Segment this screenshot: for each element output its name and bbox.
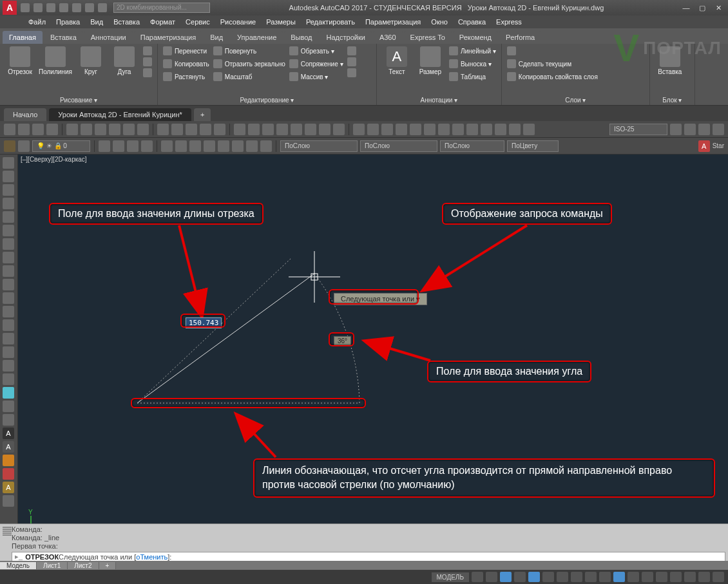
tb-icon[interactable] — [523, 124, 535, 135]
revcloud-tool-icon[interactable] — [3, 252, 14, 263]
dimstyle-combo[interactable]: ISO-25 — [609, 124, 667, 135]
offset-button[interactable] — [347, 68, 356, 77]
doc-tab-start[interactable]: Начало — [4, 108, 46, 121]
mirror-button[interactable]: Отразить зеркально — [213, 59, 285, 68]
matchprop-button[interactable]: Копировать свойства слоя — [507, 72, 598, 81]
mtext-tool-icon[interactable] — [3, 400, 14, 412]
tb-icon[interactable] — [141, 140, 153, 152]
tb-icon[interactable] — [291, 124, 302, 135]
dim-tool-icon[interactable] — [3, 455, 14, 466]
tab-layout2[interactable]: Лист2 — [68, 562, 99, 569]
explode-button[interactable] — [347, 57, 356, 66]
tb-icon[interactable] — [305, 124, 316, 135]
tb-icon[interactable] — [95, 124, 106, 135]
menu-window[interactable]: Окно — [427, 17, 452, 27]
ribbon-tab-view[interactable]: Вид — [204, 31, 229, 44]
tb-icon[interactable] — [18, 140, 30, 152]
ortho-toggle-icon[interactable] — [500, 572, 512, 582]
qat-open-icon[interactable] — [34, 3, 43, 12]
tb-icon[interactable] — [260, 140, 272, 152]
tb-icon[interactable] — [698, 124, 710, 135]
menu-insert[interactable]: Вставка — [110, 17, 144, 27]
trim-button[interactable]: Обрезать ▾ — [289, 46, 343, 55]
units-toggle-icon[interactable] — [656, 572, 667, 582]
copy-button[interactable]: Копировать — [163, 59, 209, 68]
ribbon-tab-manage[interactable]: Управление — [231, 31, 283, 44]
tab-add-layout[interactable]: + — [99, 562, 117, 569]
qat-save-icon[interactable] — [46, 3, 55, 12]
ribbon-tab-annotate[interactable]: Аннотации — [84, 31, 133, 44]
qat-plot-icon[interactable] — [72, 3, 81, 12]
lwt-toggle-icon[interactable] — [557, 572, 568, 582]
rect-tool-icon[interactable] — [3, 211, 14, 223]
polygon-tool-icon[interactable] — [3, 198, 14, 209]
osnap-toggle-icon[interactable] — [528, 572, 540, 582]
move-button[interactable]: Перенести — [163, 46, 209, 55]
linetype-combo[interactable]: ПоСлою — [360, 140, 437, 152]
ribbon-tab-express[interactable]: Express To — [404, 31, 452, 44]
tb-icon[interactable] — [481, 124, 492, 135]
close-icon[interactable]: ✕ — [711, 4, 725, 12]
ribbon-tab-a360[interactable]: A360 — [373, 31, 403, 44]
plotstyle-combo[interactable]: ПоЦвету — [507, 140, 559, 152]
tb-icon[interactable] — [466, 124, 478, 135]
tb-icon[interactable] — [232, 140, 244, 152]
point-tool-icon[interactable] — [3, 333, 14, 344]
tb-icon[interactable] — [127, 140, 139, 152]
doc-tab-add[interactable]: + — [194, 108, 211, 121]
make-current-button[interactable]: Сделать текущим — [507, 59, 598, 68]
qprop-toggle-icon[interactable] — [627, 572, 639, 582]
scale-button[interactable]: Масштаб — [213, 72, 285, 81]
linear-dim-button[interactable]: Линейный ▾ — [449, 46, 496, 55]
command-input[interactable]: ▸_ ОТРЕЗОК Следующая точка или [оТменить… — [12, 552, 725, 561]
layer-combo[interactable]: 💡 ☀ 🔒 0 — [32, 140, 90, 152]
spline-tool-icon[interactable] — [3, 265, 14, 277]
menu-help[interactable]: Справка — [454, 17, 490, 27]
tb-icon[interactable] — [113, 140, 124, 152]
tb-icon[interactable] — [218, 140, 229, 152]
drawing-canvas[interactable]: [–][Сверху][2D-каркас] 150.743 Следующая… — [18, 155, 728, 561]
fillet-button[interactable]: Сопряжение ▾ — [289, 59, 343, 68]
tb-icon[interactable] — [81, 124, 92, 135]
menu-draw[interactable]: Рисование — [216, 17, 260, 27]
ribbon-tab-performance[interactable]: Performa — [499, 31, 541, 44]
line-tool-icon[interactable] — [3, 157, 14, 169]
annomon-toggle-icon[interactable] — [642, 572, 653, 582]
menu-format[interactable]: Формат — [146, 17, 179, 27]
help-search-input[interactable]: 2D комбинированный... — [113, 3, 210, 13]
tb-icon[interactable] — [333, 124, 345, 135]
tb-icon[interactable] — [276, 124, 288, 135]
tb-icon[interactable] — [367, 124, 379, 135]
transparency-toggle-icon[interactable] — [571, 572, 582, 582]
polyline-button[interactable]: Полилиния — [39, 46, 72, 75]
line-button[interactable]: Отрезок — [5, 46, 35, 75]
tb-icon[interactable] — [713, 124, 724, 135]
tb-icon[interactable] — [204, 140, 215, 152]
textstyle-tool-icon[interactable]: A — [3, 441, 14, 453]
tb-icon[interactable] — [161, 140, 173, 152]
menu-express[interactable]: Express — [492, 17, 526, 27]
ribbon-tab-parametric[interactable]: Параметризация — [134, 31, 202, 44]
helix-tool-icon[interactable] — [3, 414, 14, 426]
ribbon-tab-featured[interactable]: Рекоменд — [453, 31, 498, 44]
tb-icon[interactable] — [200, 124, 211, 135]
tb-icon[interactable] — [452, 124, 464, 135]
ribbon-tab-output[interactable]: Вывод — [284, 31, 318, 44]
modelspace-button[interactable]: МОДЕЛЬ — [432, 572, 469, 582]
snap-toggle-icon[interactable] — [486, 572, 497, 582]
table-tool-icon[interactable] — [3, 387, 14, 399]
tb-icon[interactable] — [438, 124, 450, 135]
mleader-tool-icon[interactable] — [3, 468, 14, 480]
table-button[interactable]: Таблица — [449, 72, 496, 81]
tb-icon[interactable] — [171, 124, 183, 135]
lineweight-combo[interactable]: ПоСлою — [440, 140, 504, 152]
tb-icon[interactable] — [424, 124, 436, 135]
tb-icon[interactable] — [123, 124, 135, 135]
ribbon-tab-home[interactable]: Главная — [3, 31, 43, 44]
cleanscreen-toggle-icon[interactable] — [698, 572, 710, 582]
isolate-toggle-icon[interactable] — [670, 572, 682, 582]
tb-icon[interactable] — [246, 140, 258, 152]
tab-model[interactable]: Модель — [0, 562, 37, 569]
tb-icon[interactable]: A — [698, 140, 710, 152]
tb-icon[interactable] — [262, 124, 274, 135]
